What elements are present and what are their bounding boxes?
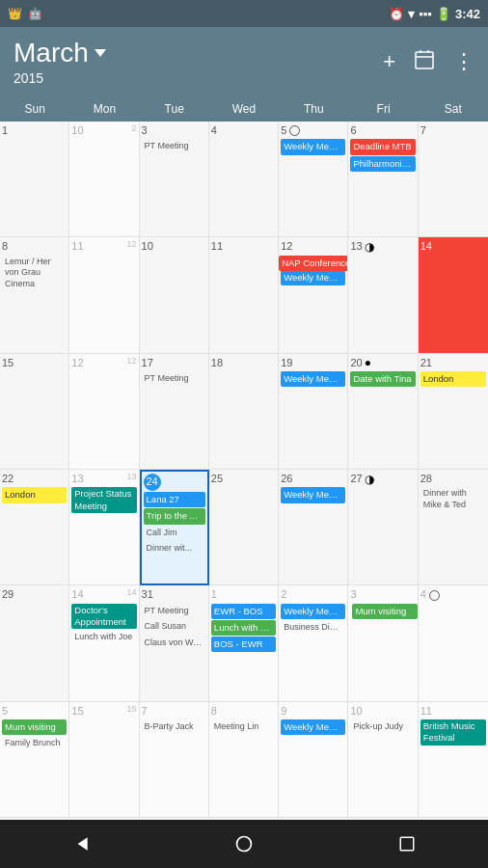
day-number: 31	[142, 587, 206, 602]
event-dinner-mike[interactable]: Dinner with Mike & Ted	[420, 487, 486, 511]
day-cell-mon23[interactable]: 13 13 Project Status Meeting	[69, 470, 139, 585]
day-number: 6	[350, 123, 415, 138]
event-lemur[interactable]: Lemur / Her von Grau Cinema	[2, 256, 67, 291]
day-number: 5	[2, 704, 67, 719]
event-pt-meeting3[interactable]: PT Meeting	[142, 604, 206, 619]
day-cell-apr10[interactable]: 10 Pick-up Judy	[348, 702, 418, 818]
day-cell-mar14[interactable]: 14	[419, 237, 488, 353]
day-cell-mar27[interactable]: 27 ◑	[348, 470, 418, 585]
day-number: 4	[211, 123, 276, 138]
event-call-susan[interactable]: Call Susan	[142, 619, 206, 635]
day-cell-mar22[interactable]: 22 London	[0, 470, 69, 585]
day-cell-mar17[interactable]: 17 PT Meeting	[140, 354, 209, 470]
event-project-status[interactable]: Project Status Meeting	[71, 487, 136, 513]
day-cell-mar29[interactable]: 29	[0, 585, 69, 701]
day-cell-apr5[interactable]: 5 Mum visiting Family Brunch	[0, 702, 69, 818]
event-doctors[interactable]: Doctor's Appointment	[71, 604, 136, 630]
day-cell-mar11[interactable]: 11	[209, 237, 279, 353]
event-date-tina[interactable]: Date with Tina	[350, 371, 415, 387]
day-cell-mar7[interactable]: 7	[419, 122, 488, 237]
day-cell-mar31[interactable]: 31 PT Meeting Call Susan Claus von Wagne…	[140, 585, 209, 701]
day-cell-mon30[interactable]: 14 14 Doctor's Appointment Lunch with Jo…	[69, 585, 139, 701]
day-cell-mar10[interactable]: 10	[140, 237, 209, 353]
day-cell-apr3[interactable]: 3 Mum visiting	[348, 585, 418, 701]
day-number: 7	[420, 123, 486, 138]
event-bparty[interactable]: B-Party Jack	[142, 719, 206, 735]
event-weekly-meeting5[interactable]: Weekly Meeting	[281, 604, 345, 619]
event-ewr-bos[interactable]: EWR - BOS	[211, 604, 276, 619]
month-title[interactable]: March	[14, 38, 383, 68]
event-pt-meeting[interactable]: PT Meeting	[142, 139, 206, 154]
home-button[interactable]	[220, 820, 268, 868]
day-number: 25	[211, 472, 276, 486]
event-pickup-judy[interactable]: Pick-up Judy	[350, 719, 415, 735]
day-cell-mar20[interactable]: 20 ● Date with Tina	[348, 354, 418, 470]
day-cell-mar2[interactable]: 10 2	[69, 122, 139, 237]
back-button[interactable]	[57, 820, 105, 868]
day-number: 8	[211, 704, 276, 719]
event-bos-ewr[interactable]: BOS - EWR	[211, 637, 276, 652]
event-london2[interactable]: London	[2, 487, 67, 502]
day-cell-mar21[interactable]: 21 London	[419, 354, 488, 470]
event-british-music[interactable]: British Music Festival	[420, 719, 486, 746]
event-meeting-lin[interactable]: Meeting Lin	[211, 719, 276, 735]
event-deadline-mtb[interactable]: Deadline MTB	[350, 139, 415, 154]
month-dropdown-icon[interactable]	[95, 49, 106, 57]
header-title-area: March 2015	[14, 38, 383, 86]
day-number: 12	[281, 239, 345, 254]
day-cell-mar5[interactable]: 5 Weekly Meeting	[279, 122, 348, 237]
week-number: 13	[127, 472, 137, 481]
event-lana[interactable]: Lana 27	[144, 492, 205, 507]
event-weekly-meeting-2[interactable]: Weekly Meeting	[281, 270, 345, 285]
event-mum-visiting2[interactable]: Mum visiting	[2, 719, 67, 735]
day-cell-mar1[interactable]: 1	[0, 122, 69, 237]
calendar-view-button[interactable]	[413, 48, 436, 75]
day-cell-apr9[interactable]: 9 Weekly Meeting	[279, 702, 348, 818]
recents-button[interactable]	[383, 820, 431, 868]
event-london1[interactable]: London	[420, 371, 486, 387]
day-cell-mar24[interactable]: 24 Lana 27 Trip to the ... Call Jim Dinn…	[140, 470, 209, 585]
day-cell-apr7[interactable]: 7 B-Party Jack	[140, 702, 209, 818]
day-cell-mon-w6[interactable]: 15 15	[69, 702, 139, 818]
wifi-icon: ▾	[408, 7, 415, 21]
event-weekly-meeting6[interactable]: Weekly Meeting	[281, 719, 345, 735]
event-trip[interactable]: Trip to the ...	[144, 508, 205, 524]
day-header-thu: Thu	[279, 100, 348, 118]
week-number: 15	[127, 704, 137, 714]
event-lunch-joe[interactable]: Lunch with Joe	[71, 630, 136, 645]
day-cell-mar13[interactable]: 13 ◑	[348, 237, 418, 353]
day-cell-mar8[interactable]: 8 Lemur / Her von Grau Cinema	[0, 237, 69, 353]
day-cell-mar6[interactable]: 6 Deadline MTB Philharmonic Ochestra	[348, 122, 418, 237]
add-event-button[interactable]: +	[383, 51, 395, 72]
event-nap-conference[interactable]: NAP Conference	[279, 256, 348, 271]
day-cell-mar19[interactable]: 19 Weekly Meeting	[279, 354, 348, 470]
day-cell-apr1[interactable]: 1 EWR - BOS Lunch with Adam BOS - EWR	[209, 585, 279, 701]
day-cell-mar4[interactable]: 4	[209, 122, 279, 237]
event-weekly-meeting[interactable]: Weekly Meeting	[281, 139, 345, 154]
day-cell-mon16[interactable]: 12 12	[69, 354, 139, 470]
event-mum-visiting1[interactable]: Mum visiting	[352, 604, 417, 619]
day-cell-mar18[interactable]: 18	[209, 354, 279, 470]
event-weekly-meeting3[interactable]: Weekly Meeting	[281, 371, 345, 387]
day-cell-mar25[interactable]: 25	[209, 470, 279, 585]
event-family-brunch[interactable]: Family Brunch	[2, 736, 67, 751]
day-cell-mon9[interactable]: 11 12	[69, 237, 139, 353]
event-dinner-wit[interactable]: Dinner wit...	[144, 541, 205, 556]
event-philharmonic[interactable]: Philharmonic Ochestra	[350, 156, 415, 172]
day-cell-mar26[interactable]: 26 Weekly Meeting	[279, 470, 348, 585]
day-cell-mar28[interactable]: 28 Dinner with Mike & Ted	[419, 470, 488, 585]
day-cell-apr4[interactable]: 4	[419, 585, 488, 701]
more-options-button[interactable]: ⋮	[453, 51, 474, 72]
day-cell-apr2[interactable]: 2 Weekly Meeting Business Dinner	[279, 585, 348, 701]
event-business-dinner[interactable]: Business Dinner	[281, 620, 345, 636]
day-cell-mar12[interactable]: 12 NAP Conference Weekly Meeting	[279, 237, 348, 353]
event-call-jim[interactable]: Call Jim	[144, 526, 205, 541]
day-cell-mar3[interactable]: 3 PT Meeting	[140, 122, 209, 237]
event-pt-meeting2[interactable]: PT Meeting	[142, 371, 206, 387]
event-lunch-adam[interactable]: Lunch with Adam	[211, 620, 276, 636]
event-claus[interactable]: Claus von Wagner	[142, 636, 206, 651]
day-cell-mar15[interactable]: 15	[0, 354, 69, 470]
event-weekly-meeting4[interactable]: Weekly Meeting	[281, 487, 345, 502]
day-cell-apr11[interactable]: 11 British Music Festival	[419, 702, 488, 818]
day-cell-apr8[interactable]: 8 Meeting Lin	[209, 702, 279, 818]
